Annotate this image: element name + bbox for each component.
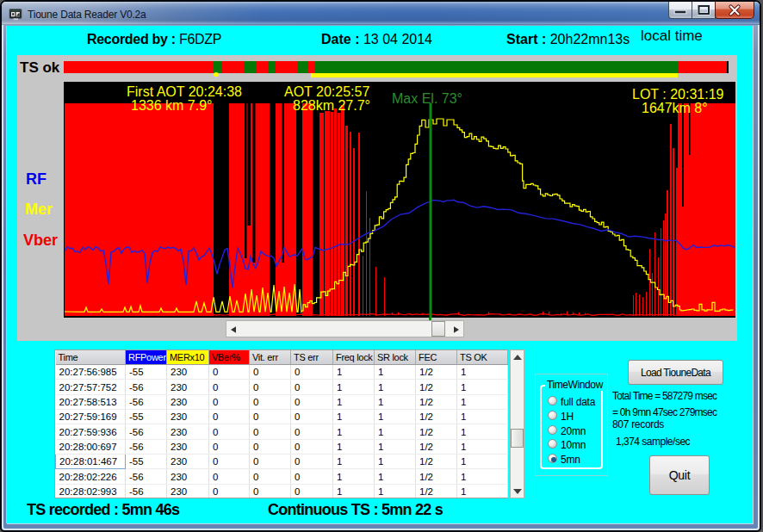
svg-text:AOT 20:25:57: AOT 20:25:57 — [284, 84, 369, 99]
svg-text:1647km 8°: 1647km 8° — [642, 101, 708, 115]
svg-text:1336 km 7.9°: 1336 km 7.9° — [131, 98, 212, 113]
svg-text:First AOT 20:24:38: First AOT 20:24:38 — [127, 84, 242, 99]
svg-text:LOT : 20:31:19: LOT : 20:31:19 — [632, 87, 724, 102]
svg-text:Max El. 73°: Max El. 73° — [392, 91, 462, 106]
svg-text:828km 27.7°: 828km 27.7° — [293, 98, 370, 113]
